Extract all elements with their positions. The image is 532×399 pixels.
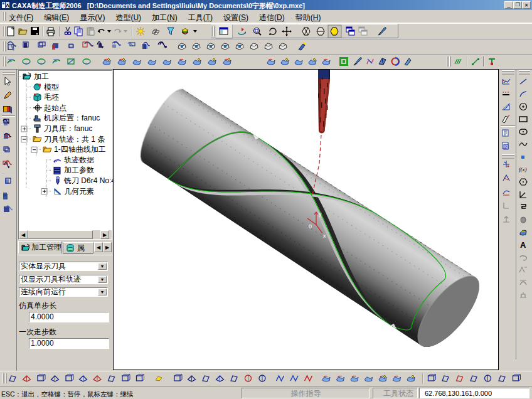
svg-text:f(x): f(x) (519, 166, 527, 173)
svg-text:A: A (520, 240, 526, 250)
svg-text:2: 2 (504, 145, 507, 149)
